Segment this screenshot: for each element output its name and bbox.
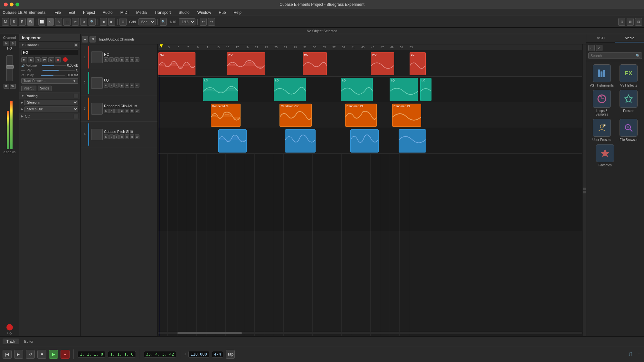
track4-link-btn[interactable]: ⊕ <box>125 135 129 139</box>
media-tab[interactable]: Media <box>615 34 644 42</box>
strip-r-btn[interactable]: R <box>4 84 9 89</box>
toolbar-layout2[interactable]: ⊞ <box>627 18 634 26</box>
sends-btn[interactable]: Sends <box>38 86 51 91</box>
routing-settings-btn[interactable] <box>74 94 78 98</box>
transport-stop[interactable]: ■ <box>37 350 46 359</box>
insp-h-btn[interactable]: H <box>55 57 61 62</box>
transport-cycle[interactable]: ⟲ <box>26 350 35 359</box>
menu-edit[interactable]: Edit <box>67 10 77 15</box>
menu-media[interactable]: Media <box>135 10 148 15</box>
media-item-loops[interactable]: Loops & Samples <box>590 90 614 116</box>
stereo-in-select[interactable]: Stereo In <box>24 100 78 105</box>
media-item-file-browser[interactable]: File Browser <box>617 119 641 142</box>
clip-1-2[interactable]: HQ <box>227 52 265 75</box>
insp-l-btn[interactable]: L <box>48 57 54 62</box>
track2-monitor-btn[interactable]: ◉ <box>119 83 124 88</box>
menu-midi[interactable]: MIDI <box>119 10 130 15</box>
transport-position-1[interactable]: 1. 1. 1. 0 <box>78 351 105 357</box>
clip-2-2[interactable]: LQ <box>274 78 306 101</box>
toolbar-redo[interactable]: ↪ <box>208 18 215 26</box>
add-track-button[interactable]: + <box>82 36 88 42</box>
tap-btn[interactable]: Tap <box>226 350 235 359</box>
tab-editor[interactable]: Editor <box>20 339 37 344</box>
transport-play[interactable]: ▶ <box>49 350 58 359</box>
track1-r-btn[interactable]: R <box>130 57 134 62</box>
vsti-tab[interactable]: VSTI <box>586 34 615 42</box>
transport-record[interactable]: ● <box>61 350 70 359</box>
track-presets-btn[interactable]: Track Presets... ▼ <box>21 78 78 84</box>
search-input[interactable] <box>588 52 642 59</box>
toolbar-nudge-left[interactable]: ◀ <box>100 18 107 26</box>
track4-s-btn[interactable]: S <box>109 135 114 139</box>
clip-3-3[interactable]: Rendered Cli <box>345 104 377 127</box>
media-item-presets[interactable]: Presets <box>617 90 641 116</box>
strip-w-btn[interactable]: W <box>10 84 16 89</box>
record-button[interactable] <box>6 324 13 330</box>
home-btn[interactable]: ⌂ <box>596 45 602 51</box>
media-item-vst-effects[interactable]: FX VST Effects <box>617 64 641 87</box>
track4-e-btn[interactable]: e <box>114 135 119 139</box>
clip-3-4[interactable]: Rendered Cli <box>392 104 421 127</box>
track3-monitor-btn[interactable]: ◉ <box>119 109 124 113</box>
fader-handle[interactable] <box>6 65 14 69</box>
toolbar-split[interactable]: ✂ <box>72 18 79 26</box>
inspector-channel-header[interactable]: ▼ Channel ⚙ <box>19 42 80 48</box>
menu-window[interactable]: Window <box>196 10 213 15</box>
pan-slider[interactable] <box>43 70 75 71</box>
clip-1-5[interactable]: LC <box>410 52 426 75</box>
toolbar-w-btn[interactable]: W <box>27 18 34 26</box>
strip-m-btn[interactable]: M <box>4 41 9 46</box>
time-sig-display[interactable]: 4/4 <box>212 351 223 357</box>
clip-2-4[interactable]: LQ <box>390 78 418 101</box>
routing-header[interactable]: ▼ Routing <box>19 93 80 99</box>
track4-r-btn[interactable]: R <box>130 135 134 139</box>
clip-2-1[interactable]: LQ <box>203 78 238 101</box>
toolbar-nudge-right[interactable]: ▶ <box>108 18 115 26</box>
track2-e-btn[interactable]: e <box>114 83 119 88</box>
maximize-button[interactable] <box>15 3 19 6</box>
toolbar-quantize-icon[interactable]: 🔍 <box>160 18 167 26</box>
clip-2-3[interactable]: LQ <box>341 78 373 101</box>
resize-handle-bottom[interactable] <box>583 191 586 193</box>
menu-hub[interactable]: Hub <box>217 10 227 15</box>
menu-project[interactable]: Project <box>82 10 96 15</box>
track1-s-btn[interactable]: S <box>109 57 114 62</box>
transport-to-start[interactable]: |◀ <box>3 350 12 359</box>
qc-header[interactable]: ▶ QC <box>19 113 80 119</box>
media-item-favorites[interactable]: Favorites <box>590 144 614 167</box>
toolbar-glue[interactable]: ⊕ <box>80 18 87 26</box>
track1-monitor-btn[interactable]: ◉ <box>119 57 124 62</box>
clip-2-5[interactable]: LC <box>420 78 431 101</box>
track1-link-btn[interactable]: ⊕ <box>125 57 129 62</box>
toolbar-snap[interactable]: ⊞ <box>119 18 127 26</box>
channel-settings-btn[interactable]: ⚙ <box>74 43 78 47</box>
menu-studio[interactable]: Studio <box>177 10 191 15</box>
toolbar-select[interactable]: ↖ <box>47 18 54 26</box>
menu-audio[interactable]: Audio <box>101 10 114 15</box>
track3-link-btn[interactable]: ⊕ <box>125 109 129 113</box>
insp-s-btn[interactable]: S <box>28 57 34 62</box>
toolbar-draw[interactable]: ✎ <box>55 18 62 26</box>
track1-w-btn[interactable]: W <box>135 57 139 62</box>
track4-w-btn[interactable]: W <box>135 135 139 139</box>
clip-1-1[interactable]: HQ <box>158 52 195 75</box>
clip-3-2[interactable]: Rendered Clip <box>279 104 312 127</box>
track-options-button[interactable]: ⚙ <box>90 36 96 42</box>
toolbar-s-btn[interactable]: S <box>10 18 17 26</box>
track2-r-btn[interactable]: R <box>130 83 134 88</box>
toolbar-layout3[interactable]: ⊡ <box>635 18 642 26</box>
media-item-user-presets[interactable]: User Presets <box>590 119 614 142</box>
track1-m-btn[interactable]: M <box>104 57 109 62</box>
media-item-vst-instruments[interactable]: VST Instruments <box>590 64 614 87</box>
toolbar-mode1[interactable]: ⬜ <box>38 18 45 26</box>
arrange-scrollbar[interactable] <box>158 332 582 334</box>
menu-file[interactable]: File <box>53 10 62 15</box>
tab-track[interactable]: Track <box>3 339 19 344</box>
window-controls[interactable] <box>0 3 19 6</box>
insert-btn[interactable]: Insert... <box>21 86 36 91</box>
arrange-scrollbar-thumb[interactable] <box>177 332 242 334</box>
volume-slider[interactable] <box>42 65 66 66</box>
transport-position-2[interactable]: 1. 1. 1. 0 <box>108 351 136 357</box>
track3-e-btn[interactable]: e <box>114 109 119 113</box>
tempo-display[interactable]: 120.000 <box>188 351 209 357</box>
